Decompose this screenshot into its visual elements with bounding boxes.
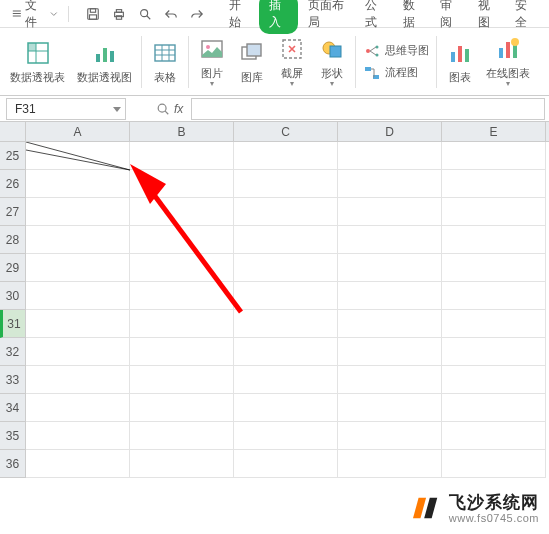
cell[interactable] (130, 226, 234, 254)
shapes-button[interactable]: 形状 ▾ (312, 32, 352, 92)
online-chart-button[interactable]: 在线图表 ▾ (480, 32, 536, 92)
cell[interactable] (130, 310, 234, 338)
cell[interactable] (26, 170, 130, 198)
cell[interactable] (442, 226, 546, 254)
name-box[interactable]: F31 (6, 98, 126, 120)
hamburger-menu[interactable]: 文件 (6, 0, 64, 33)
row-header-31[interactable]: 31 (0, 310, 26, 338)
cell[interactable] (442, 282, 546, 310)
tab-view[interactable]: 视图 (470, 0, 506, 35)
cell[interactable] (338, 254, 442, 282)
cell[interactable] (26, 338, 130, 366)
tab-formula[interactable]: 公式 (357, 0, 393, 35)
cell[interactable] (338, 170, 442, 198)
cell[interactable] (234, 254, 338, 282)
cell[interactable] (130, 450, 234, 478)
tab-review[interactable]: 审阅 (432, 0, 468, 35)
cell[interactable] (26, 310, 130, 338)
cell[interactable] (234, 450, 338, 478)
cell[interactable] (338, 422, 442, 450)
cell[interactable] (130, 254, 234, 282)
flowchart-button[interactable]: 流程图 (363, 64, 429, 82)
cell[interactable] (234, 310, 338, 338)
cell[interactable] (130, 366, 234, 394)
fx-button[interactable]: fx (156, 102, 183, 116)
print-icon[interactable] (107, 2, 131, 26)
cell[interactable] (130, 198, 234, 226)
picture-button[interactable]: 图片 ▾ (192, 32, 232, 92)
cell[interactable] (338, 394, 442, 422)
table-button[interactable]: 表格 (145, 32, 185, 92)
cell[interactable] (234, 226, 338, 254)
pivot-table-button[interactable]: 数据透视表 (4, 32, 71, 92)
tab-security[interactable]: 安全 (507, 0, 543, 35)
cell[interactable] (442, 338, 546, 366)
cell[interactable] (130, 338, 234, 366)
cell[interactable] (26, 422, 130, 450)
cell[interactable] (442, 394, 546, 422)
row-header-32[interactable]: 32 (0, 338, 26, 366)
mindmap-button[interactable]: 思维导图 (363, 42, 429, 60)
cell[interactable] (442, 450, 546, 478)
cell[interactable] (338, 366, 442, 394)
row-header-34[interactable]: 34 (0, 394, 26, 422)
cell[interactable] (442, 170, 546, 198)
cell[interactable] (130, 422, 234, 450)
cell[interactable] (234, 198, 338, 226)
preview-icon[interactable] (133, 2, 157, 26)
save-icon[interactable] (81, 2, 105, 26)
select-all-corner[interactable] (0, 122, 26, 141)
cell[interactable] (442, 366, 546, 394)
screenshot-button[interactable]: 截屏 ▾ (272, 32, 312, 92)
row-header-25[interactable]: 25 (0, 142, 26, 170)
col-header-A[interactable]: A (26, 122, 130, 141)
row-header-30[interactable]: 30 (0, 282, 26, 310)
tab-data[interactable]: 数据 (395, 0, 431, 35)
row-header-28[interactable]: 28 (0, 226, 26, 254)
cell[interactable] (234, 394, 338, 422)
formula-input[interactable] (191, 98, 545, 120)
cell[interactable] (338, 450, 442, 478)
cell[interactable] (26, 254, 130, 282)
cell[interactable] (26, 366, 130, 394)
cell[interactable] (234, 422, 338, 450)
row-header-35[interactable]: 35 (0, 422, 26, 450)
cell[interactable] (130, 394, 234, 422)
cell[interactable] (26, 282, 130, 310)
gallery-button[interactable]: 图库 (232, 32, 272, 92)
redo-icon[interactable] (185, 2, 209, 26)
col-header-C[interactable]: C (234, 122, 338, 141)
cell[interactable] (338, 142, 442, 170)
cell[interactable] (234, 170, 338, 198)
cell[interactable] (442, 310, 546, 338)
cell[interactable] (130, 142, 234, 170)
cell[interactable] (26, 450, 130, 478)
cell[interactable] (338, 310, 442, 338)
cell[interactable] (338, 338, 442, 366)
cell[interactable] (130, 282, 234, 310)
cell[interactable] (442, 198, 546, 226)
cell[interactable] (26, 142, 130, 170)
cell[interactable] (234, 366, 338, 394)
cell[interactable] (442, 254, 546, 282)
cell[interactable] (338, 282, 442, 310)
cell[interactable] (442, 142, 546, 170)
cell[interactable] (234, 142, 338, 170)
col-header-E[interactable]: E (442, 122, 546, 141)
cell[interactable] (234, 282, 338, 310)
cell[interactable] (26, 394, 130, 422)
tab-page-layout[interactable]: 页面布局 (300, 0, 355, 35)
row-header-27[interactable]: 27 (0, 198, 26, 226)
cell[interactable] (130, 170, 234, 198)
cell[interactable] (338, 226, 442, 254)
tab-insert[interactable]: 插入 (259, 0, 299, 34)
cell[interactable] (234, 338, 338, 366)
chart-button[interactable]: 图表 (440, 32, 480, 92)
row-header-29[interactable]: 29 (0, 254, 26, 282)
row-header-26[interactable]: 26 (0, 170, 26, 198)
col-header-B[interactable]: B (130, 122, 234, 141)
col-header-D[interactable]: D (338, 122, 442, 141)
row-header-33[interactable]: 33 (0, 366, 26, 394)
cell[interactable] (26, 226, 130, 254)
cell[interactable] (338, 198, 442, 226)
